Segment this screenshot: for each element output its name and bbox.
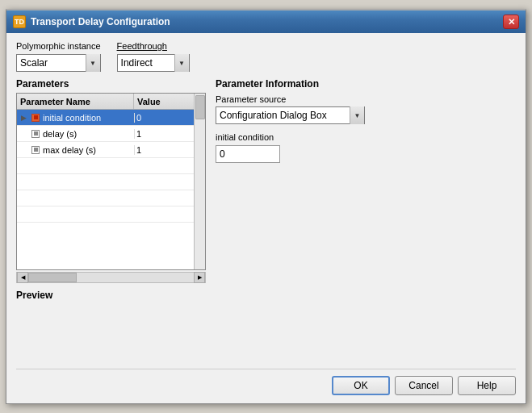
feedthrough-value: Indirect	[118, 54, 174, 72]
button-bar: OK Cancel Help	[16, 369, 516, 397]
row-icon-3	[30, 142, 41, 158]
row-icon-2	[30, 126, 41, 142]
preview-title: Preview	[16, 290, 206, 301]
param-source-label: Parameter source	[216, 94, 516, 104]
top-controls: Polymorphic instance Scalar Feedthrough …	[16, 41, 516, 72]
row-icon-1	[30, 110, 41, 126]
param-name-3: max delay (s)	[41, 145, 134, 155]
param-value-3: 1	[134, 145, 194, 155]
col-header-value: Value	[134, 94, 194, 109]
param-name-2: delay (s)	[41, 129, 134, 139]
polymorphic-value: Scalar	[17, 54, 86, 72]
params-header: Parameter Name Value	[17, 94, 194, 110]
window-title: Transport Delay Configuration	[31, 16, 503, 27]
right-panel: Parameter Information Parameter source C…	[216, 78, 516, 362]
window-content: Polymorphic instance Scalar Feedthrough …	[6, 33, 526, 403]
feedthrough-label: Feedthrough	[117, 41, 190, 51]
main-area: Parameters Parameter Name Value	[16, 78, 516, 362]
help-button[interactable]: Help	[458, 376, 516, 395]
ok-button[interactable]: OK	[332, 376, 390, 395]
polymorphic-select[interactable]: Scalar	[16, 54, 101, 72]
feedthrough-arrow[interactable]	[174, 54, 189, 72]
close-button[interactable]: ✕	[503, 15, 519, 29]
table-row[interactable]: max delay (s) 1	[17, 142, 194, 158]
col-header-name: Parameter Name	[17, 94, 134, 109]
scroll-track	[28, 273, 194, 282]
vertical-scrollbar[interactable]	[194, 94, 205, 269]
horizontal-scrollbar[interactable]: ◀ ▶	[16, 272, 206, 283]
param-info-title: Parameter Information	[216, 78, 516, 90]
table-row[interactable]: ▶ initial condition 0	[17, 110, 194, 126]
params-table-wrapper: Parameter Name Value ▶	[16, 93, 206, 270]
param-value-1: 0	[134, 113, 194, 123]
row-expand-1: ▶	[17, 110, 30, 126]
param-value-2: 1	[134, 129, 194, 139]
feedthrough-group: Feedthrough Indirect	[117, 41, 190, 72]
table-row[interactable]: delay (s) 1	[17, 126, 194, 142]
scroll-thumb[interactable]	[195, 95, 205, 119]
initial-condition-value: 0	[216, 145, 280, 163]
row-expand-3	[17, 142, 30, 158]
main-window: TD Transport Delay Configuration ✕ Polym…	[6, 9, 526, 404]
left-panel: Parameters Parameter Name Value	[16, 78, 206, 362]
scroll-left-arrow[interactable]: ◀	[17, 272, 28, 283]
param-name-1: initial condition	[41, 113, 134, 123]
param-source-select[interactable]: Configuration Dialog Box	[216, 106, 365, 124]
scroll-thumb-h[interactable]	[28, 273, 77, 282]
row-expand-2	[17, 126, 30, 142]
polymorphic-arrow[interactable]	[86, 54, 100, 72]
param-source-value: Configuration Dialog Box	[216, 110, 350, 121]
table-row-empty	[17, 206, 194, 223]
preview-section: Preview	[16, 290, 206, 304]
table-row-empty	[17, 158, 194, 174]
param-source-arrow[interactable]	[350, 106, 364, 124]
cancel-button[interactable]: Cancel	[395, 376, 453, 395]
scroll-right-arrow[interactable]: ▶	[194, 272, 205, 283]
title-bar: TD Transport Delay Configuration ✕	[6, 10, 526, 33]
params-inner: Parameter Name Value ▶	[17, 94, 194, 269]
feedthrough-select[interactable]: Indirect	[117, 54, 190, 72]
table-row-empty	[17, 174, 194, 190]
params-title: Parameters	[16, 78, 206, 90]
initial-condition-label: initial condition	[216, 132, 516, 142]
table-row-empty	[17, 190, 194, 206]
window-icon: TD	[13, 15, 26, 28]
params-body: ▶ initial condition 0	[17, 110, 194, 269]
polymorphic-label: Polymorphic instance	[16, 41, 101, 51]
polymorphic-group: Polymorphic instance Scalar	[16, 41, 101, 72]
